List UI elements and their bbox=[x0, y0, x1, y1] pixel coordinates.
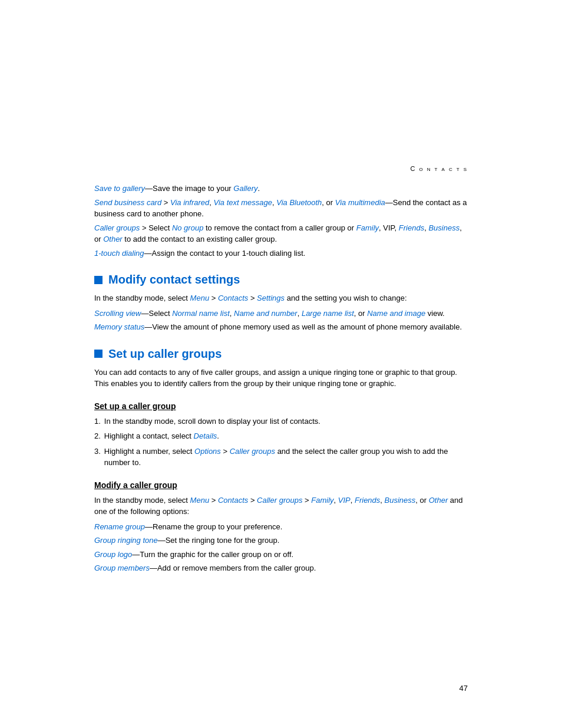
page-number: 47 bbox=[459, 684, 468, 693]
name-and-image-link: Name and image bbox=[367, 309, 425, 318]
business-link-1: Business bbox=[428, 223, 459, 232]
group-logo-link: Group logo bbox=[94, 550, 132, 559]
caller-groups-link-2: Caller groups bbox=[230, 447, 275, 456]
group-members-link: Group members bbox=[94, 564, 150, 572]
modify-contact-settings-icon bbox=[94, 276, 103, 284]
step-1: 1. In the standby mode, scroll down to d… bbox=[94, 416, 468, 427]
group-logo-line: Group logo—Turn the graphic for the call… bbox=[94, 549, 468, 561]
send-business-card-link: Send business card bbox=[94, 198, 161, 207]
send-business-card-line: Send business card > Via infrared, Via t… bbox=[94, 197, 468, 220]
touch-dialing-link: 1-touch dialing bbox=[94, 249, 144, 258]
via-bluetooth-link: Via Bluetooth bbox=[276, 198, 322, 207]
group-members-line: Group members—Add or remove members from… bbox=[94, 562, 468, 574]
no-group-link: No group bbox=[172, 223, 203, 232]
set-up-steps-list: 1. In the standby mode, scroll down to d… bbox=[94, 416, 468, 469]
group-ringing-tone-link: Group ringing tone bbox=[94, 536, 158, 545]
set-up-caller-groups-title: Set up caller groups bbox=[108, 347, 222, 361]
business-link-2: Business bbox=[385, 496, 416, 505]
rename-group-link: Rename group bbox=[94, 522, 145, 531]
group-ringing-tone-line: Group ringing tone—Set the ringing tone … bbox=[94, 535, 468, 546]
set-up-a-caller-group-title: Set up a caller group bbox=[94, 401, 468, 411]
caller-groups-link-3: Caller groups bbox=[257, 496, 302, 505]
contacts-link-2: Contacts bbox=[218, 496, 248, 505]
rename-group-line: Rename group—Rename the group to your pr… bbox=[94, 521, 468, 533]
memory-status-link: Memory status bbox=[94, 322, 144, 331]
family-link-1: Family bbox=[356, 223, 379, 232]
vip-link: VIP bbox=[338, 496, 351, 505]
menu-link-1: Menu bbox=[190, 294, 210, 302]
friends-link-1: Friends bbox=[399, 223, 424, 232]
contacts-header-label: C o n t a c t s bbox=[94, 165, 468, 172]
settings-link: Settings bbox=[257, 294, 285, 302]
modify-contact-settings-title: Modify contact settings bbox=[108, 273, 240, 286]
family-link-2: Family bbox=[311, 496, 333, 505]
via-infrared-link: Via infrared bbox=[170, 198, 209, 207]
gallery-link: Gallery bbox=[233, 184, 257, 193]
other-link-2: Other bbox=[429, 496, 448, 505]
other-link-1: Other bbox=[103, 235, 123, 243]
name-and-number-link: Name and number bbox=[234, 309, 297, 318]
step-3: 3. Highlight a number, select Options > … bbox=[94, 446, 468, 469]
scrolling-view-line: Scrolling view—Select Normal name list, … bbox=[94, 308, 468, 319]
modify-contact-settings-header: Modify contact settings bbox=[94, 273, 468, 286]
set-up-caller-groups-intro: You can add contacts to any of five call… bbox=[94, 367, 468, 390]
caller-groups-line: Caller groups > Select No group to remov… bbox=[94, 222, 468, 245]
options-link: Options bbox=[194, 447, 221, 456]
contacts-link-1: Contacts bbox=[218, 294, 248, 302]
modify-contact-intro: In the standby mode, select Menu > Conta… bbox=[94, 292, 468, 304]
save-to-gallery-link: Save to gallery bbox=[94, 184, 145, 193]
page: C o n t a c t s Save to gallery—Save the… bbox=[0, 0, 562, 728]
modify-a-caller-group-title: Modify a caller group bbox=[94, 480, 468, 490]
touch-dialing-line: 1-touch dialing—Assign the contact to yo… bbox=[94, 248, 468, 259]
step-2: 2. Highlight a contact, select Details. bbox=[94, 430, 468, 442]
normal-name-list-link: Normal name list bbox=[172, 309, 230, 318]
set-up-caller-groups-header: Set up caller groups bbox=[94, 347, 468, 361]
memory-status-line: Memory status—View the amount of phone m… bbox=[94, 321, 468, 333]
via-text-message-link: Via text message bbox=[214, 198, 272, 207]
scrolling-view-link: Scrolling view bbox=[94, 309, 141, 318]
large-name-list-link: Large name list bbox=[302, 309, 354, 318]
save-to-gallery-line: Save to gallery—Save the image to your G… bbox=[94, 183, 468, 195]
details-link: Details bbox=[194, 431, 217, 440]
via-multimedia-link: Via multimedia bbox=[335, 198, 385, 207]
menu-link-2: Menu bbox=[190, 496, 210, 505]
friends-link-2: Friends bbox=[355, 496, 380, 505]
modify-caller-group-intro: In the standby mode, select Menu > Conta… bbox=[94, 495, 468, 518]
set-up-caller-groups-icon bbox=[94, 350, 103, 358]
caller-groups-link: Caller groups bbox=[94, 223, 140, 232]
